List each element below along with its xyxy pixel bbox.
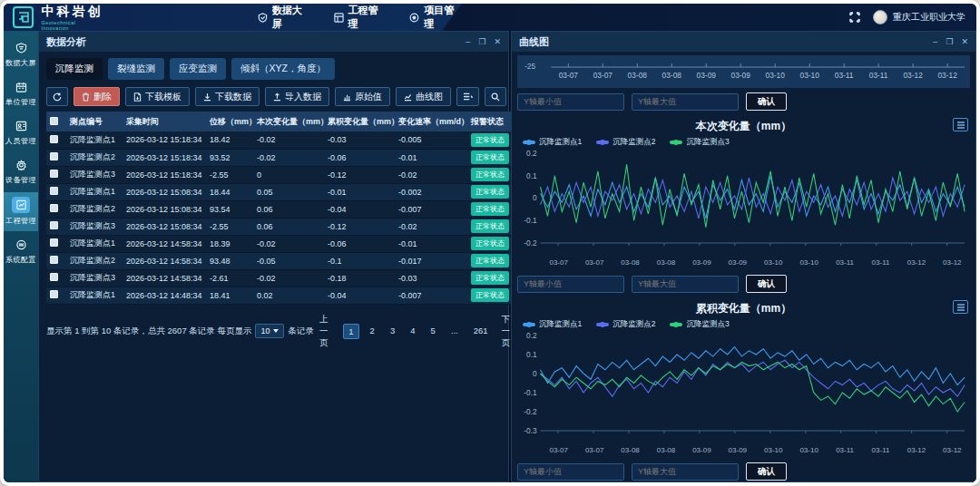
- row-checkbox[interactable]: [50, 170, 58, 178]
- chart-title-row: 本次变化量（mm）: [517, 117, 970, 135]
- legend-item-沉降监测点2[interactable]: 沉降监测点2: [596, 137, 655, 148]
- top-navbar: 中科岩创 Geotechnical Innovation 数据大屏工程管理项目管…: [4, 4, 976, 31]
- status-badge[interactable]: 正常状态: [471, 237, 509, 250]
- status-cell: 正常状态: [467, 131, 513, 149]
- x-tick-label: 03-07: [576, 258, 612, 270]
- status-badge[interactable]: 正常状态: [471, 288, 509, 302]
- status-badge[interactable]: 正常状态: [471, 219, 509, 233]
- people-icon: [13, 119, 29, 133]
- legend-item-沉降监测点1[interactable]: 沉降监测点1: [523, 137, 582, 148]
- x-tick-label: 03-09: [684, 446, 720, 458]
- chart-menu-icon[interactable]: [953, 118, 968, 131]
- sidebar-item-单位管理[interactable]: 单位管理: [4, 75, 38, 112]
- table-cell: 93.52: [206, 149, 253, 166]
- fullscreen-icon[interactable]: [849, 12, 860, 23]
- sidebar: 数据大屏单位管理人员管理设备管理工程管理系统配置: [4, 31, 38, 482]
- page-button-1[interactable]: 1: [343, 324, 358, 339]
- x-tick-label: 03-07: [541, 446, 576, 458]
- chart-legend: 沉降监测点1沉降监测点2沉降监测点3: [517, 135, 970, 150]
- status-cell: 正常状态: [467, 200, 513, 218]
- minimize-icon[interactable]: –: [933, 38, 937, 46]
- navbar-item-1[interactable]: 数据大屏: [258, 4, 310, 31]
- sidebar-item-系统配置[interactable]: 系统配置: [4, 233, 38, 270]
- legend-marker: [670, 141, 682, 144]
- tab-倾斜（XYZ，角度）[interactable]: 倾斜（XYZ，角度）: [231, 58, 335, 80]
- y-min-input[interactable]: [517, 93, 624, 111]
- table-cell: 沉降监测点3: [66, 166, 122, 183]
- table-cell: 沉降监测点2: [66, 149, 122, 166]
- refresh-button[interactable]: [46, 87, 68, 106]
- row-checkbox[interactable]: [50, 204, 58, 212]
- row-checkbox[interactable]: [50, 256, 58, 264]
- close-icon[interactable]: ✕: [494, 38, 501, 46]
- download-data-button[interactable]: 下载数据: [195, 87, 260, 106]
- refresh-icon: [53, 92, 62, 102]
- columns-toggle-button[interactable]: [456, 87, 479, 106]
- sidebar-item-工程管理[interactable]: 工程管理: [4, 192, 38, 231]
- confirm-button[interactable]: 确认: [746, 92, 787, 111]
- status-badge[interactable]: 正常状态: [471, 254, 509, 267]
- row-checkbox[interactable]: [50, 135, 58, 143]
- legend-item-沉降监测点3[interactable]: 沉降监测点3: [670, 137, 729, 148]
- y-max-input[interactable]: [632, 276, 739, 293]
- delete-button[interactable]: 删除: [74, 87, 120, 106]
- download-template-button[interactable]: 下载模板: [125, 87, 190, 106]
- status-badge[interactable]: 正常状态: [471, 151, 509, 164]
- prev-page-button[interactable]: 上一页: [318, 312, 336, 351]
- row-checkbox[interactable]: [50, 290, 58, 298]
- maximize-icon[interactable]: ❐: [478, 38, 485, 46]
- navbar-item-3[interactable]: 项目管理: [409, 4, 462, 31]
- page-button-3[interactable]: 3: [386, 324, 399, 339]
- navbar-item-2[interactable]: 工程管理: [334, 4, 387, 31]
- status-badge[interactable]: 正常状态: [471, 168, 509, 181]
- tab-应变监测[interactable]: 应变监测: [170, 58, 226, 80]
- row-checkbox[interactable]: [50, 273, 58, 281]
- legend-item-沉降监测点1[interactable]: 沉降监测点1: [523, 319, 582, 330]
- page-button-5[interactable]: 5: [426, 324, 440, 339]
- row-checkbox[interactable]: [50, 238, 58, 247]
- row-checkbox[interactable]: [50, 221, 58, 229]
- y-min-input[interactable]: [517, 463, 624, 481]
- tab-沉降监测[interactable]: 沉降监测: [46, 58, 103, 80]
- table-cell: -0.06: [324, 235, 395, 252]
- status-badge[interactable]: 正常状态: [471, 185, 509, 199]
- search-button[interactable]: [485, 87, 506, 106]
- date-range-slider[interactable]: -25 03-0703-0703-0803-0803-0903-0903-100…: [517, 55, 970, 88]
- chart-title-row: 累积变化量（mm）: [517, 299, 970, 317]
- select-all-checkbox[interactable]: [50, 117, 58, 125]
- sidebar-item-数据大屏[interactable]: 数据大屏: [4, 36, 38, 73]
- row-checkbox[interactable]: [50, 152, 58, 160]
- y-min-input[interactable]: [517, 276, 624, 293]
- import-data-button[interactable]: 导入数据: [265, 87, 329, 106]
- page-button-4[interactable]: 4: [406, 324, 419, 339]
- minimize-icon[interactable]: –: [466, 38, 470, 46]
- tab-裂缝监测[interactable]: 裂缝监测: [108, 58, 164, 80]
- status-badge[interactable]: 正常状态: [471, 133, 509, 147]
- status-badge[interactable]: 正常状态: [471, 271, 509, 285]
- row-checkbox[interactable]: [50, 187, 58, 195]
- table-row: 沉降监测点32026-03-12 15:08:34-2.550.06-0.12-…: [46, 218, 513, 235]
- table-cell: -0.02: [395, 218, 467, 235]
- sidebar-item-人员管理[interactable]: 人员管理: [4, 114, 38, 151]
- x-tick-label: 03-12: [898, 258, 934, 270]
- brand-zone: 中科岩创 Geotechnical Innovation 数据大屏工程管理项目管…: [4, 4, 462, 31]
- confirm-button[interactable]: 确认: [746, 275, 787, 293]
- page-button-261[interactable]: 261: [469, 324, 493, 339]
- close-icon[interactable]: ✕: [961, 38, 968, 46]
- confirm-button[interactable]: 确认: [746, 462, 787, 481]
- y-max-input[interactable]: [632, 463, 739, 481]
- user-chip[interactable]: 重庆工业职业大学: [873, 10, 965, 24]
- legend-item-沉降监测点2[interactable]: 沉降监测点2: [596, 319, 655, 330]
- curve-panel-window-controls: – ❐ ✕: [933, 38, 968, 46]
- chart-menu-icon[interactable]: [953, 300, 968, 314]
- maximize-icon[interactable]: ❐: [946, 38, 953, 46]
- page-size-select[interactable]: 10: [255, 324, 284, 338]
- status-badge[interactable]: 正常状态: [471, 202, 509, 216]
- curve-chart-button[interactable]: 曲线图: [396, 87, 451, 106]
- legend-item-沉降监测点3[interactable]: 沉降监测点3: [670, 319, 729, 330]
- y-max-input[interactable]: [632, 93, 739, 111]
- page-button-2[interactable]: 2: [366, 324, 379, 339]
- sidebar-item-设备管理[interactable]: 设备管理: [4, 153, 38, 190]
- header-checkbox-cell: [46, 112, 66, 131]
- raw-value-button[interactable]: 原始值: [335, 87, 390, 106]
